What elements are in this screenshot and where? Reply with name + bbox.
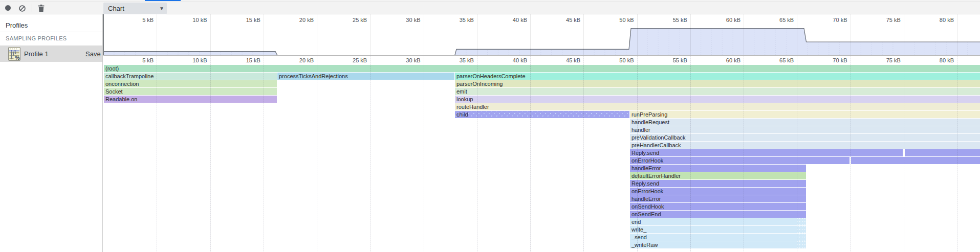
svg-text:%: % <box>15 55 20 61</box>
